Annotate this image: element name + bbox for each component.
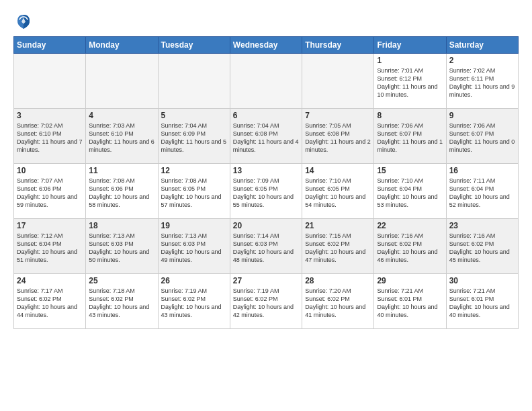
day-info: Sunrise: 7:20 AM Sunset: 6:02 PM Dayligh… [305,287,371,320]
day-info: Sunrise: 7:10 AM Sunset: 6:05 PM Dayligh… [305,177,371,210]
calendar-cell: 27Sunrise: 7:19 AM Sunset: 6:02 PM Dayli… [230,274,302,329]
day-info: Sunrise: 7:18 AM Sunset: 6:02 PM Dayligh… [89,287,154,320]
day-info: Sunrise: 7:10 AM Sunset: 6:04 PM Dayligh… [377,177,443,210]
calendar-header-row: SundayMondayTuesdayWednesdayThursdayFrid… [14,37,519,54]
day-info: Sunrise: 7:13 AM Sunset: 6:03 PM Dayligh… [89,232,154,265]
day-number: 3 [17,111,83,120]
day-number: 7 [305,111,371,120]
day-info: Sunrise: 7:12 AM Sunset: 6:04 PM Dayligh… [17,232,83,265]
day-info: Sunrise: 7:16 AM Sunset: 6:02 PM Dayligh… [377,232,443,265]
calendar-cell: 10Sunrise: 7:07 AM Sunset: 6:06 PM Dayli… [14,164,86,219]
calendar-table: SundayMondayTuesdayWednesdayThursdayFrid… [13,36,519,329]
day-info: Sunrise: 7:09 AM Sunset: 6:05 PM Dayligh… [233,177,299,210]
calendar-cell: 23Sunrise: 7:16 AM Sunset: 6:02 PM Dayli… [446,219,518,274]
calendar-cell: 5Sunrise: 7:04 AM Sunset: 6:09 PM Daylig… [158,109,230,164]
day-info: Sunrise: 7:08 AM Sunset: 6:05 PM Dayligh… [161,177,227,210]
calendar-cell: 24Sunrise: 7:17 AM Sunset: 6:02 PM Dayli… [14,274,86,329]
day-info: Sunrise: 7:01 AM Sunset: 6:12 PM Dayligh… [377,66,443,99]
day-number: 5 [161,111,227,120]
day-number: 4 [89,111,154,120]
calendar-cell: 25Sunrise: 7:18 AM Sunset: 6:02 PM Dayli… [86,274,158,329]
calendar-cell: 13Sunrise: 7:09 AM Sunset: 6:05 PM Dayli… [230,164,302,219]
day-number: 16 [449,166,515,175]
calendar-cell: 3Sunrise: 7:02 AM Sunset: 6:10 PM Daylig… [14,109,86,164]
logo [13,11,36,31]
calendar-cell: 30Sunrise: 7:21 AM Sunset: 6:01 PM Dayli… [446,274,518,329]
calendar-week-1: 1Sunrise: 7:01 AM Sunset: 6:12 PM Daylig… [14,54,519,109]
calendar-cell: 26Sunrise: 7:19 AM Sunset: 6:02 PM Dayli… [158,274,230,329]
day-info: Sunrise: 7:15 AM Sunset: 6:02 PM Dayligh… [305,232,371,265]
day-number: 26 [161,276,227,285]
weekday-header-wednesday: Wednesday [230,37,302,54]
day-number: 18 [89,221,154,230]
page: SundayMondayTuesdayWednesdayThursdayFrid… [0,0,532,411]
calendar-cell [158,54,230,109]
header [13,11,519,31]
day-number: 28 [305,276,371,285]
calendar-cell: 12Sunrise: 7:08 AM Sunset: 6:05 PM Dayli… [158,164,230,219]
day-number: 13 [233,166,299,175]
day-number: 1 [377,56,443,65]
day-number: 27 [233,276,299,285]
calendar-cell: 8Sunrise: 7:06 AM Sunset: 6:07 PM Daylig… [374,109,446,164]
calendar-cell: 2Sunrise: 7:02 AM Sunset: 6:11 PM Daylig… [446,54,518,109]
day-info: Sunrise: 7:06 AM Sunset: 6:07 PM Dayligh… [449,122,515,154]
day-number: 8 [377,111,443,120]
weekday-header-sunday: Sunday [14,37,86,54]
day-info: Sunrise: 7:07 AM Sunset: 6:06 PM Dayligh… [17,177,83,210]
day-info: Sunrise: 7:21 AM Sunset: 6:01 PM Dayligh… [377,287,443,320]
calendar-week-5: 24Sunrise: 7:17 AM Sunset: 6:02 PM Dayli… [14,274,519,329]
day-number: 23 [449,221,515,230]
day-number: 2 [449,56,515,65]
calendar-cell [14,54,86,109]
calendar-cell: 18Sunrise: 7:13 AM Sunset: 6:03 PM Dayli… [86,219,158,274]
calendar-cell: 29Sunrise: 7:21 AM Sunset: 6:01 PM Dayli… [374,274,446,329]
day-info: Sunrise: 7:05 AM Sunset: 6:08 PM Dayligh… [305,122,371,154]
calendar-cell [302,54,374,109]
day-info: Sunrise: 7:13 AM Sunset: 6:03 PM Dayligh… [161,232,227,265]
calendar-cell: 14Sunrise: 7:10 AM Sunset: 6:05 PM Dayli… [302,164,374,219]
day-info: Sunrise: 7:21 AM Sunset: 6:01 PM Dayligh… [449,287,515,320]
calendar-cell: 7Sunrise: 7:05 AM Sunset: 6:08 PM Daylig… [302,109,374,164]
calendar-week-3: 10Sunrise: 7:07 AM Sunset: 6:06 PM Dayli… [14,164,519,219]
day-number: 14 [305,166,371,175]
day-info: Sunrise: 7:02 AM Sunset: 6:11 PM Dayligh… [449,66,515,99]
day-number: 25 [89,276,154,285]
weekday-header-friday: Friday [374,37,446,54]
calendar-cell: 15Sunrise: 7:10 AM Sunset: 6:04 PM Dayli… [374,164,446,219]
day-number: 11 [89,166,154,175]
day-number: 19 [161,221,227,230]
calendar-cell: 20Sunrise: 7:14 AM Sunset: 6:03 PM Dayli… [230,219,302,274]
day-info: Sunrise: 7:08 AM Sunset: 6:06 PM Dayligh… [89,177,154,210]
logo-icon [13,11,34,31]
day-number: 6 [233,111,299,120]
day-info: Sunrise: 7:02 AM Sunset: 6:10 PM Dayligh… [17,122,83,154]
weekday-header-monday: Monday [86,37,158,54]
day-info: Sunrise: 7:19 AM Sunset: 6:02 PM Dayligh… [233,287,299,320]
day-number: 9 [449,111,515,120]
weekday-header-saturday: Saturday [446,37,518,54]
day-number: 21 [305,221,371,230]
day-info: Sunrise: 7:06 AM Sunset: 6:07 PM Dayligh… [377,122,443,154]
day-number: 10 [17,166,83,175]
day-number: 24 [17,276,83,285]
calendar-cell: 22Sunrise: 7:16 AM Sunset: 6:02 PM Dayli… [374,219,446,274]
day-info: Sunrise: 7:19 AM Sunset: 6:02 PM Dayligh… [161,287,227,320]
calendar-cell: 1Sunrise: 7:01 AM Sunset: 6:12 PM Daylig… [374,54,446,109]
calendar-cell [230,54,302,109]
day-info: Sunrise: 7:04 AM Sunset: 6:09 PM Dayligh… [161,122,227,154]
calendar-cell: 21Sunrise: 7:15 AM Sunset: 6:02 PM Dayli… [302,219,374,274]
calendar-week-2: 3Sunrise: 7:02 AM Sunset: 6:10 PM Daylig… [14,109,519,164]
day-number: 15 [377,166,443,175]
calendar-cell: 4Sunrise: 7:03 AM Sunset: 6:10 PM Daylig… [86,109,158,164]
calendar-cell: 17Sunrise: 7:12 AM Sunset: 6:04 PM Dayli… [14,219,86,274]
day-number: 12 [161,166,227,175]
calendar-cell: 19Sunrise: 7:13 AM Sunset: 6:03 PM Dayli… [158,219,230,274]
calendar-week-4: 17Sunrise: 7:12 AM Sunset: 6:04 PM Dayli… [14,219,519,274]
day-info: Sunrise: 7:03 AM Sunset: 6:10 PM Dayligh… [89,122,154,154]
day-info: Sunrise: 7:17 AM Sunset: 6:02 PM Dayligh… [17,287,83,320]
day-number: 17 [17,221,83,230]
calendar-cell: 16Sunrise: 7:11 AM Sunset: 6:04 PM Dayli… [446,164,518,219]
day-number: 22 [377,221,443,230]
calendar-cell [86,54,158,109]
